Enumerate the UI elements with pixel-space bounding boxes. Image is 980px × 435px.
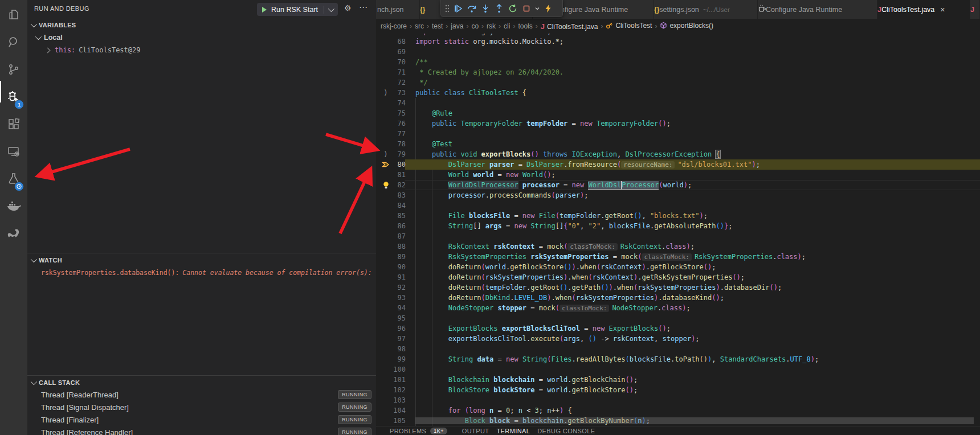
code-line-82[interactable]: 82 WorldDslProcessor processor = new Wor… bbox=[376, 180, 980, 190]
code-line-83[interactable]: 83 processor.processCommands(parser); bbox=[376, 190, 980, 200]
breadcrumb-item[interactable]: rsk bbox=[487, 22, 496, 30]
breadcrumb-item[interactable]: cli bbox=[504, 22, 510, 30]
code-line-70[interactable]: 70/** bbox=[376, 57, 980, 67]
code-line-97[interactable]: 97 exportBlocksCliTool.execute(args, () … bbox=[376, 334, 980, 344]
code-editor[interactable]: 67import static org.junit.Assert.*;68imp… bbox=[376, 34, 980, 426]
code-line-90[interactable]: 90 doReturn(world.getBlockStore()).when(… bbox=[376, 262, 980, 272]
code-line-104[interactable]: 104 for (long n = 0; n < 3; n++) { bbox=[376, 405, 980, 416]
debug-continue-button[interactable] bbox=[451, 2, 465, 15]
debug-hot-code-replace-button[interactable] bbox=[541, 2, 555, 15]
code-line-93[interactable]: 93 doReturn(DbKind.LEVEL_DB).when(rskSys… bbox=[376, 293, 980, 303]
activity-run-and-debug-icon[interactable]: 1 bbox=[0, 85, 27, 108]
tab-hidden-6[interactable]: J bbox=[970, 0, 980, 19]
variables-section-header[interactable]: VARIABLES bbox=[27, 19, 376, 31]
callstack-thread[interactable]: Thread [Finalizer]RUNNING bbox=[27, 413, 376, 426]
code-line-80[interactable]: 80 DslParser parser = DslParser.fromReso… bbox=[376, 159, 980, 170]
code-line-101[interactable]: 101 Blockchain blockchain = world.getBlo… bbox=[376, 375, 980, 385]
code-line-78[interactable]: 78 @Test bbox=[376, 139, 980, 149]
code-line-73[interactable]: )73public class CliToolsTest { bbox=[376, 88, 980, 98]
activity-source-control-icon[interactable] bbox=[0, 58, 27, 81]
tab-nch.json[interactable]: nch.json bbox=[376, 0, 420, 19]
code-line-98[interactable]: 98 bbox=[376, 344, 980, 354]
code-line-69[interactable]: 69 bbox=[376, 47, 980, 57]
activity-extensions-icon[interactable] bbox=[0, 113, 27, 136]
variables-scope-local[interactable]: Local bbox=[27, 31, 376, 44]
callstack-thread[interactable]: Thread [Signal Dispatcher]RUNNING bbox=[27, 401, 376, 413]
watch-section-header[interactable]: WATCH bbox=[27, 254, 376, 266]
debug-stop-button[interactable] bbox=[520, 2, 533, 15]
activity-testing-icon[interactable] bbox=[0, 167, 27, 190]
tab-CliToolsTest.java[interactable]: JCliToolsTest.java× bbox=[877, 0, 970, 19]
line-text: RskContext rskContext = mock(classToMock… bbox=[415, 241, 695, 252]
code-line-77[interactable]: 77 bbox=[376, 129, 980, 139]
code-line-86[interactable]: 86 String[] args = new String[]{"0", "2"… bbox=[376, 221, 980, 231]
run-config-button[interactable]: Run RSK Start bbox=[257, 3, 338, 16]
breadcrumb-item[interactable]: src bbox=[415, 22, 424, 30]
code-line-84[interactable]: 84 bbox=[376, 200, 980, 211]
debug-step-over-button[interactable] bbox=[465, 2, 479, 15]
breadcrumb-item[interactable]: tools bbox=[518, 22, 532, 30]
breadcrumb-symbol[interactable]: exportBlocks() bbox=[660, 22, 713, 31]
callstack-thread[interactable]: Thread [Reference Handler]RUNNING bbox=[27, 426, 376, 435]
activity-explorer-icon[interactable] bbox=[0, 3, 27, 26]
activity-docker-icon[interactable] bbox=[0, 195, 27, 217]
more-actions-icon[interactable]: ⋯ bbox=[359, 2, 368, 13]
code-line-79[interactable]: )79 public void exportBlocks() throws IO… bbox=[376, 149, 980, 159]
watch-expression[interactable]: rskSystemProperties.databaseKind(): Cann… bbox=[27, 266, 390, 279]
code-line-81[interactable]: 81 World world = new World(); bbox=[376, 170, 980, 180]
breadcrumb-separator: › bbox=[410, 22, 412, 30]
panel-tab-debug-console[interactable]: DEBUG CONSOLE bbox=[537, 426, 595, 435]
tab-Configure Java Runtime[interactable]: Configure Java Runtime bbox=[758, 0, 877, 19]
code-line-103[interactable]: 103 bbox=[376, 395, 980, 405]
code-line-88[interactable]: 88 RskContext rskContext = mock(classToM… bbox=[376, 241, 980, 252]
breadcrumb-item[interactable]: rskj-core bbox=[381, 22, 407, 30]
thread-name: Thread [Reference Handler] bbox=[41, 428, 338, 435]
debug-stop-dropdown-button[interactable] bbox=[533, 2, 541, 15]
debug-drag-handle[interactable] bbox=[443, 2, 451, 15]
breadcrumb-item[interactable]: java bbox=[451, 22, 463, 30]
code-line-99[interactable]: 99 String data = new String(Files.readAl… bbox=[376, 354, 980, 364]
code-line-87[interactable]: 87 bbox=[376, 231, 980, 241]
panel-tab-output[interactable]: OUTPUT bbox=[462, 426, 489, 435]
breadcrumb-item[interactable]: test bbox=[432, 22, 443, 30]
panel-tab-terminal[interactable]: TERMINAL bbox=[496, 426, 530, 435]
chevron-down-icon bbox=[35, 34, 42, 40]
code-line-95[interactable]: 95 bbox=[376, 313, 980, 323]
line-text: RskSystemProperties rskSystemProperties … bbox=[415, 252, 806, 262]
code-line-96[interactable]: 96 ExportBlocks exportBlocksCliTool = ne… bbox=[376, 323, 980, 334]
code-line-91[interactable]: 91 doReturn(rskSystemProperties).when(rs… bbox=[376, 272, 980, 282]
code-line-102[interactable]: 102 BlockStore blockStore = world.getBlo… bbox=[376, 385, 980, 395]
debug-step-out-button[interactable] bbox=[492, 2, 506, 15]
breadcrumb-file[interactable]: JCliToolsTest.java bbox=[541, 22, 598, 31]
panel-tab-problems[interactable]: PROBLEMS1K+ bbox=[390, 426, 455, 435]
call-stack-section-header[interactable]: CALL STACK bbox=[27, 376, 376, 389]
watch-error-message: Cannot evaluate because of compilation e… bbox=[182, 269, 390, 277]
play-icon bbox=[262, 7, 267, 13]
debug-step-into-button[interactable] bbox=[479, 2, 492, 15]
code-line-71[interactable]: 71 * Created by ajlopez on 26/04/2020. bbox=[376, 67, 980, 77]
chevron-down-icon[interactable] bbox=[328, 5, 334, 11]
gear-icon[interactable]: ⚙ bbox=[344, 3, 352, 13]
line-number: 78 bbox=[376, 139, 406, 149]
activity-remote-explorer-icon[interactable] bbox=[0, 140, 27, 163]
activity-gradle-icon[interactable] bbox=[0, 222, 27, 245]
code-line-100[interactable]: 100 bbox=[376, 364, 980, 375]
code-line-68[interactable]: 68import static org.mockito.Mockito.*; bbox=[376, 36, 980, 47]
tab-settings.json[interactable]: {}settings.json~/.../User bbox=[654, 0, 758, 19]
code-line-74[interactable]: 74 bbox=[376, 98, 980, 108]
code-line-94[interactable]: 94 NodeStopper stopper = mock(classToMoc… bbox=[376, 303, 980, 313]
debug-restart-button[interactable] bbox=[506, 2, 520, 15]
variable-this[interactable]: this: CliToolsTest@29 bbox=[27, 44, 376, 56]
callstack-thread[interactable]: Thread [ReaderThread]RUNNING bbox=[27, 388, 376, 401]
code-line-92[interactable]: 92 doReturn(tempFolder.getRoot().getPath… bbox=[376, 282, 980, 293]
breadcrumb-symbol[interactable]: CliToolsTest bbox=[606, 22, 652, 31]
close-icon[interactable]: × bbox=[940, 5, 945, 14]
code-line-75[interactable]: 75 @Rule bbox=[376, 108, 980, 118]
activity-search-icon[interactable] bbox=[0, 31, 27, 54]
code-line-85[interactable]: 85 File blocksFile = new File(tempFolder… bbox=[376, 211, 980, 221]
horizontal-scrollbar[interactable] bbox=[415, 417, 974, 424]
code-line-72[interactable]: 72 */ bbox=[376, 77, 980, 88]
code-line-76[interactable]: 76 public TemporaryFolder tempFolder = n… bbox=[376, 118, 980, 129]
code-line-89[interactable]: 89 RskSystemProperties rskSystemProperti… bbox=[376, 252, 980, 262]
breadcrumb-item[interactable]: co bbox=[471, 22, 479, 30]
